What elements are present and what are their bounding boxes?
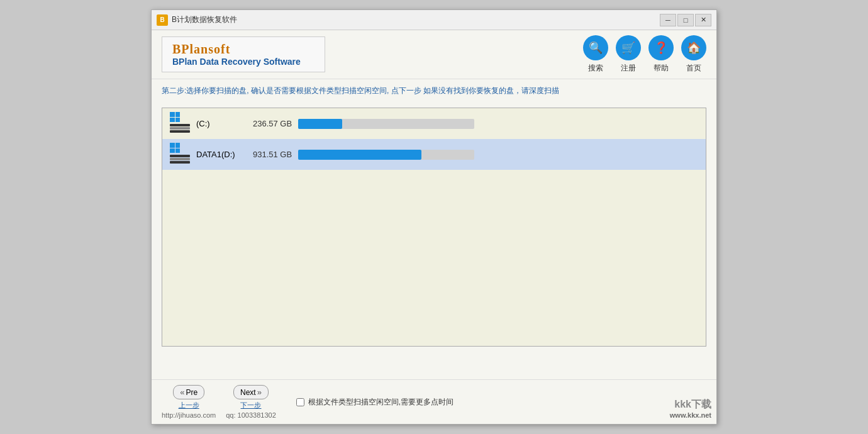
scan-type-label: 根据文件类型扫描空闲空间,需要更多点时间 <box>308 397 453 408</box>
watermark-line1: kkk下载 <box>670 398 711 411</box>
pre-left-arrow: « <box>180 387 184 397</box>
main-content: (C:) 236.57 GB DATA <box>152 103 716 379</box>
drive-name-c: (C:) <box>196 119 247 128</box>
drive-bar-bg-c <box>298 119 474 129</box>
search-icon: 🔍 <box>583 35 608 60</box>
home-nav-label: 首页 <box>686 63 701 74</box>
logo-sub: BPlan Data Recovery Software <box>172 57 314 67</box>
window-title: B计划数据恢复软件 <box>172 14 660 25</box>
scan-checkbox-area: 根据文件类型扫描空闲空间,需要更多点时间 <box>296 397 453 408</box>
help-nav-label: 帮助 <box>654 63 669 74</box>
title-bar: B B计划数据恢复软件 ─ □ ✕ <box>152 10 716 30</box>
pre-button-label: Pre <box>186 388 198 397</box>
drive-icon-d <box>170 143 190 166</box>
pre-btn-group: « Pre 上一步 http://jihuaso.com <box>162 385 216 419</box>
register-icon: 🛒 <box>616 35 641 60</box>
home-nav-button[interactable]: 🏠 首页 <box>681 35 706 74</box>
next-sub-label: 下一步 <box>240 401 261 410</box>
search-nav-label: 搜索 <box>588 63 603 74</box>
pre-sub-label: 上一步 <box>179 401 199 410</box>
watermark: kkk下载 www.kkx.net <box>670 398 711 419</box>
pre-button[interactable]: « Pre <box>173 385 204 399</box>
logo-brand: BPlansoft <box>172 42 314 57</box>
home-icon: 🏠 <box>681 35 706 60</box>
nav-buttons: 🔍 搜索 🛒 注册 ❓ 帮助 🏠 首页 <box>583 35 706 74</box>
drive-item-d[interactable]: DATA1(D:) 931.51 GB <box>162 139 706 170</box>
main-window: B B计划数据恢复软件 ─ □ ✕ BPlansoft BPlan Data R… <box>151 9 717 425</box>
drive-size-d: 931.51 GB <box>253 150 292 159</box>
next-right-arrow: » <box>257 387 262 397</box>
drive-name-d: DATA1(D:) <box>196 150 247 159</box>
disk-icon-d <box>170 155 190 166</box>
register-nav-label: 注册 <box>621 63 636 74</box>
scan-type-checkbox[interactable] <box>296 398 304 406</box>
app-icon: B <box>157 14 168 26</box>
footer: « Pre 上一步 http://jihuaso.com Next » 下一步 … <box>152 379 716 424</box>
step-info: 第二步:选择你要扫描的盘, 确认是否需要根据文件类型扫描空闲空间, 点下一步 如… <box>152 79 716 103</box>
minimize-button[interactable]: ─ <box>660 14 676 26</box>
logo-box: BPlansoft BPlan Data Recovery Software <box>162 36 325 72</box>
close-button[interactable]: ✕ <box>695 14 711 26</box>
header: BPlansoft BPlan Data Recovery Software 🔍… <box>152 30 716 79</box>
pre-url: http://jihuaso.com <box>162 411 216 419</box>
logo-area: BPlansoft BPlan Data Recovery Software <box>162 36 583 72</box>
next-button[interactable]: Next » <box>233 385 269 399</box>
drive-bar-bg-d <box>298 150 474 160</box>
next-url: qq: 1003381302 <box>226 411 276 419</box>
drive-bar-fill-d <box>298 150 421 160</box>
help-nav-button[interactable]: ❓ 帮助 <box>648 35 674 74</box>
maximize-button[interactable]: □ <box>677 14 694 26</box>
next-btn-group: Next » 下一步 qq: 1003381302 <box>226 385 276 419</box>
help-icon: ❓ <box>648 35 674 60</box>
register-nav-button[interactable]: 🛒 注册 <box>616 35 641 74</box>
window-controls: ─ □ ✕ <box>660 14 711 26</box>
windows-icon-c <box>170 112 180 122</box>
search-nav-button[interactable]: 🔍 搜索 <box>583 35 608 74</box>
next-button-label: Next <box>240 388 256 397</box>
windows-icon-d <box>170 143 180 153</box>
disk-icon-c <box>170 124 190 135</box>
drive-bar-fill-c <box>298 119 342 129</box>
watermark-line2: www.kkx.net <box>670 411 711 419</box>
drive-list[interactable]: (C:) 236.57 GB DATA <box>162 108 706 347</box>
drive-item-c[interactable]: (C:) 236.57 GB <box>162 108 706 139</box>
drive-size-c: 236.57 GB <box>253 119 292 128</box>
drive-icon-c <box>170 112 190 135</box>
